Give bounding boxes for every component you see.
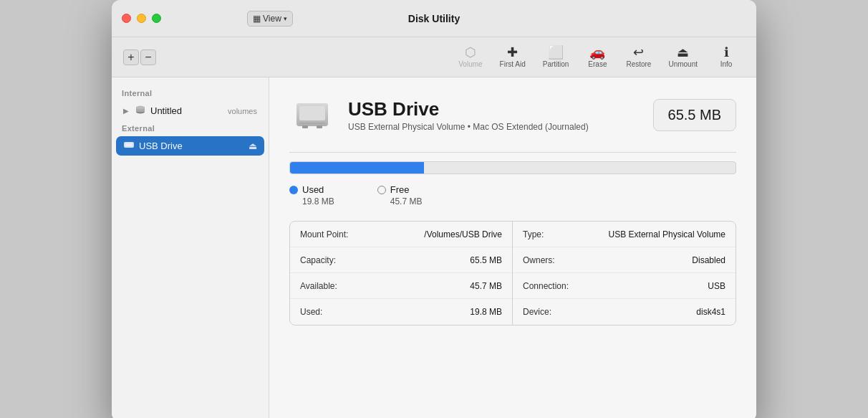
unmount-label: Unmount: [668, 60, 698, 68]
used-value: 19.8 MB: [289, 196, 334, 206]
content-area: USB Drive USB External Physical Volume •…: [269, 77, 756, 418]
restore-label: Restore: [626, 60, 651, 68]
close-button[interactable]: [122, 14, 131, 23]
disk-icon: [135, 104, 146, 118]
view-label: View: [263, 14, 281, 24]
usage-legend: Used 19.8 MB Free 45.7 MB: [289, 184, 736, 206]
capacity-val: 65.5 MB: [365, 255, 502, 265]
eject-icon: ⏏: [249, 141, 257, 151]
usb-item-name: USB Drive: [139, 141, 244, 151]
add-button[interactable]: +: [123, 49, 139, 65]
device-row: Device: disk4s1: [513, 299, 736, 325]
owners-val: Disabled: [587, 255, 725, 265]
chevron-right-icon: ▶: [123, 107, 129, 115]
type-key: Type:: [523, 229, 587, 239]
device-key: Device:: [523, 307, 587, 317]
usb-disk-icon: [123, 139, 135, 153]
erase-icon: 🚗: [589, 46, 605, 59]
owners-row: Owners: Disabled: [513, 247, 736, 273]
usage-bar-fill: [290, 162, 424, 174]
sidebar: Internal ▶ Untitled volumes External: [112, 77, 269, 418]
erase-button[interactable]: 🚗 Erase: [579, 43, 616, 71]
window: ▦ View ▾ Disk Utility + − ⬡ Volume ✚ Fir…: [112, 0, 756, 418]
partition-icon: ⬜: [548, 46, 564, 59]
view-button[interactable]: ▦ View ▾: [247, 11, 293, 27]
connection-row: Connection: USB: [513, 273, 736, 299]
free-value: 45.7 MB: [377, 196, 423, 206]
mount-point-val: /Volumes/USB Drive: [365, 229, 502, 239]
unmount-icon: ⏏: [677, 46, 689, 59]
used-legend-item: Used 19.8 MB: [289, 184, 334, 206]
connection-val: USB: [587, 281, 725, 291]
svg-rect-4: [125, 143, 132, 146]
divider-1: [289, 152, 736, 153]
info-table: Mount Point: /Volumes/USB Drive Capacity…: [289, 221, 736, 326]
toolbar-actions: ⬡ Volume ✚ First Aid ⬜ Partition 🚗 Erase…: [451, 43, 745, 71]
type-row: Type: USB External Physical Volume: [513, 222, 736, 247]
drive-icon: [289, 92, 335, 138]
info-col-right: Type: USB External Physical Volume Owner…: [513, 222, 736, 325]
svg-rect-10: [317, 125, 322, 128]
partition-button[interactable]: ⬜ Partition: [536, 43, 577, 71]
titlebar-left: ▦ View ▾: [247, 11, 293, 27]
free-legend-item: Free 45.7 MB: [377, 184, 423, 206]
device-val: disk4s1: [587, 307, 725, 317]
remove-button[interactable]: −: [140, 49, 156, 65]
sidebar-item-usb[interactable]: USB Drive ⏏: [116, 136, 264, 156]
add-remove-group: + −: [123, 49, 156, 65]
usage-bar-container: [289, 161, 736, 174]
svg-rect-9: [302, 125, 308, 128]
free-label-row: Free: [377, 184, 423, 195]
svg-rect-7: [299, 106, 325, 120]
volumes-label: volumes: [228, 107, 257, 115]
untitled-item-name: Untitled: [150, 105, 223, 116]
info-icon: ℹ: [724, 46, 729, 59]
erase-label: Erase: [588, 60, 607, 68]
used-val: 19.8 MB: [365, 307, 502, 317]
used-label-row: Used: [289, 184, 334, 195]
internal-section-label: Internal: [112, 86, 269, 100]
info-button[interactable]: ℹ Info: [708, 43, 745, 71]
restore-button[interactable]: ↩ Restore: [619, 43, 658, 71]
used-row: Used: 19.8 MB: [290, 299, 512, 325]
maximize-button[interactable]: [152, 14, 161, 23]
drive-header: USB Drive USB External Physical Volume •…: [289, 92, 736, 138]
minimize-button[interactable]: [137, 14, 146, 23]
chevron-down-icon: ▾: [284, 15, 287, 22]
mount-point-row: Mount Point: /Volumes/USB Drive: [290, 222, 512, 247]
free-label: Free: [390, 184, 410, 195]
owners-key: Owners:: [523, 255, 587, 265]
volume-button[interactable]: ⬡ Volume: [451, 43, 489, 71]
capacity-row: Capacity: 65.5 MB: [290, 247, 512, 273]
used-label: Used: [302, 184, 324, 195]
mount-point-key: Mount Point:: [300, 229, 365, 239]
window-title: Disk Utility: [408, 13, 460, 24]
drive-info: USB Drive USB External Physical Volume •…: [348, 98, 640, 132]
available-key: Available:: [300, 281, 365, 291]
partition-label: Partition: [543, 60, 569, 68]
connection-key: Connection:: [523, 281, 587, 291]
free-dot: [377, 186, 386, 194]
firstaid-label: First Aid: [500, 60, 526, 68]
traffic-lights: [122, 14, 161, 23]
drive-subtitle: USB External Physical Volume • Mac OS Ex…: [348, 122, 640, 132]
titlebar: ▦ View ▾ Disk Utility: [112, 0, 756, 37]
sidebar-item-untitled[interactable]: ▶ Untitled volumes: [116, 101, 264, 120]
unmount-button[interactable]: ⏏ Unmount: [661, 43, 705, 71]
used-dot: [289, 186, 298, 194]
available-row: Available: 45.7 MB: [290, 273, 512, 299]
view-icon: ▦: [253, 14, 261, 24]
firstaid-button[interactable]: ✚ First Aid: [493, 43, 533, 71]
drive-name: USB Drive: [348, 98, 640, 120]
drive-size-badge: 65.5 MB: [653, 99, 736, 131]
info-col-left: Mount Point: /Volumes/USB Drive Capacity…: [290, 222, 513, 325]
info-label: Info: [720, 60, 733, 68]
toolbar: + − ⬡ Volume ✚ First Aid ⬜ Partition 🚗 E…: [112, 37, 756, 77]
firstaid-icon: ✚: [507, 46, 518, 59]
titlebar-center: Disk Utility: [408, 13, 460, 24]
available-val: 45.7 MB: [365, 281, 502, 291]
external-section-label: External: [112, 121, 269, 136]
svg-point-2: [136, 106, 145, 110]
svg-rect-8: [299, 123, 325, 124]
main-area: Internal ▶ Untitled volumes External: [112, 77, 756, 418]
